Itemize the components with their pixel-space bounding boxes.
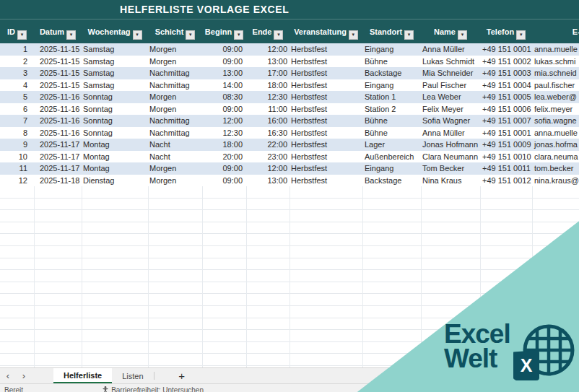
cell-id[interactable]: 1 [0,43,34,56]
cell-veranstaltung[interactable]: Herbstfest [290,79,362,92]
cell-beginn[interactable]: 12:30 [202,127,246,139]
cell-schicht[interactable]: Morgen [148,91,202,103]
cell-schicht[interactable]: Morgen [148,103,202,116]
column-header-beginn[interactable]: Beginn▾ [202,19,246,43]
cell-wochentag[interactable]: Samstag [82,79,148,92]
column-header-wochentag[interactable]: Wochentag▾ [82,19,148,43]
cell-id[interactable]: 12 [0,175,34,187]
cell-ende[interactable]: 16:30 [246,127,290,139]
cell-id[interactable]: 9 [0,139,34,151]
cell-standort[interactable]: Backstage [362,67,421,79]
cell-id[interactable]: 6 [0,103,34,116]
cell-ende[interactable]: 12:30 [246,91,290,103]
cell-name[interactable]: Anna Müller [421,43,480,56]
sheet-nav-prev-icon[interactable]: ‹ [0,368,16,383]
cell-standort[interactable]: Bühne [362,127,421,139]
cell-name[interactable]: Nina Kraus [421,175,480,187]
cell-veranstaltung[interactable]: Herbstfest [290,103,362,116]
cell-wochentag[interactable]: Sonntag [82,103,148,116]
column-header-standort[interactable]: Standort▾ [362,19,421,43]
cell-ende[interactable]: 11:00 [246,103,290,116]
cell-beginn[interactable]: 12:00 [202,115,246,127]
cell-veranstaltung[interactable]: Herbstfest [290,56,362,68]
empty-grid-cells[interactable] [0,186,579,367]
filter-dropdown-icon[interactable]: ▾ [234,30,243,40]
cell-standort[interactable]: Bühne [362,56,421,68]
cell-id[interactable]: 8 [0,127,34,139]
cell-schicht[interactable]: Morgen [148,175,202,187]
cell-schicht[interactable]: Nacht [148,151,202,163]
cell-datum[interactable]: 2025-11-16 [34,103,82,116]
cell-datum[interactable]: 2025-11-18 [34,175,82,187]
cell-beginn[interactable]: 09:00 [202,43,246,56]
cell-wochentag[interactable]: Sonntag [82,115,148,127]
cell-email[interactable]: lukas.schmi [532,56,579,68]
cell-beginn[interactable]: 14:00 [202,79,246,92]
cell-telefon[interactable]: +49 151 0005 [480,91,532,103]
cell-telefon[interactable]: +49 151 0003 [480,67,532,79]
cell-beginn[interactable]: 09:00 [202,103,246,116]
cell-veranstaltung[interactable]: Herbstfest [290,139,362,151]
filter-dropdown-icon[interactable]: ▾ [133,30,142,40]
cell-schicht[interactable]: Morgen [148,162,202,175]
cell-telefon[interactable]: +49 151 0006 [480,103,532,116]
cell-datum[interactable]: 2025-11-17 [34,139,82,151]
cell-name[interactable]: Lea Weber [421,91,480,103]
column-header-veranstaltung[interactable]: Veranstaltung▾ [290,19,362,43]
cell-email[interactable]: sofia.wagne [532,115,579,127]
cell-ende[interactable]: 23:00 [246,151,290,163]
cell-datum[interactable]: 2025-11-15 [34,67,82,79]
filter-dropdown-icon[interactable]: ▾ [17,30,27,40]
cell-veranstaltung[interactable]: Herbstfest [290,127,362,139]
cell-name[interactable]: Paul Fischer [421,79,480,92]
column-header-schicht[interactable]: Schicht▾ [148,19,202,43]
cell-telefon[interactable]: +49 151 0007 [480,115,532,127]
cell-id[interactable]: 2 [0,56,34,68]
cell-telefon[interactable]: +49 151 0011 [480,162,532,175]
cell-ende[interactable]: 12:00 [246,162,290,175]
cell-id[interactable]: 5 [0,91,34,103]
cell-name[interactable]: Mia Schneider [421,67,480,79]
cell-email[interactable]: paul.fischer [532,79,579,92]
cell-wochentag[interactable]: Samstag [82,43,148,56]
cell-wochentag[interactable]: Montag [82,162,148,175]
cell-name[interactable]: Felix Meyer [421,103,480,116]
cell-name[interactable]: Clara Neumann [421,151,480,163]
cell-beginn[interactable]: 08:30 [202,91,246,103]
cell-email[interactable]: lea.weber@ [532,91,579,103]
cell-schicht[interactable]: Nachmittag [148,115,202,127]
filter-dropdown-icon[interactable]: ▾ [66,30,76,40]
cell-name[interactable]: Tom Becker [421,162,480,175]
cell-beginn[interactable]: 09:00 [202,56,246,68]
cell-email[interactable]: clara.neuma [532,151,579,163]
cell-datum[interactable]: 2025-11-15 [34,43,82,56]
cell-ende[interactable]: 18:00 [246,79,290,92]
cell-standort[interactable]: Backstage [362,175,421,187]
cell-id[interactable]: 3 [0,67,34,79]
cell-wochentag[interactable]: Sonntag [82,91,148,103]
cell-beginn[interactable]: 09:00 [202,162,246,175]
cell-veranstaltung[interactable]: Herbstfest [290,43,362,56]
cell-telefon[interactable]: +49 151 0002 [480,56,532,68]
cell-ende[interactable]: 22:00 [246,139,290,151]
add-sheet-button[interactable]: + [167,368,196,383]
cell-schicht[interactable]: Nachmittag [148,127,202,139]
cell-veranstaltung[interactable]: Herbstfest [290,151,362,163]
cell-id[interactable]: 11 [0,162,34,175]
cell-datum[interactable]: 2025-11-16 [34,91,82,103]
cell-name[interactable]: Jonas Hofmann [421,139,480,151]
cell-datum[interactable]: 2025-11-16 [34,127,82,139]
cell-name[interactable]: Lukas Schmidt [421,56,480,68]
cell-beginn[interactable]: 20:00 [202,151,246,163]
cell-standort[interactable]: Außenbereich [362,151,421,163]
cell-schicht[interactable]: Morgen [148,56,202,68]
cell-datum[interactable]: 2025-11-15 [34,56,82,68]
cell-datum[interactable]: 2025-11-17 [34,162,82,175]
cell-id[interactable]: 7 [0,115,34,127]
cell-wochentag[interactable]: Samstag [82,67,148,79]
cell-veranstaltung[interactable]: Herbstfest [290,175,362,187]
cell-wochentag[interactable]: Montag [82,151,148,163]
cell-veranstaltung[interactable]: Herbstfest [290,115,362,127]
cell-email[interactable]: nina.kraus@ [532,175,579,187]
column-header-telefon[interactable]: Telefon▾ [480,19,532,43]
